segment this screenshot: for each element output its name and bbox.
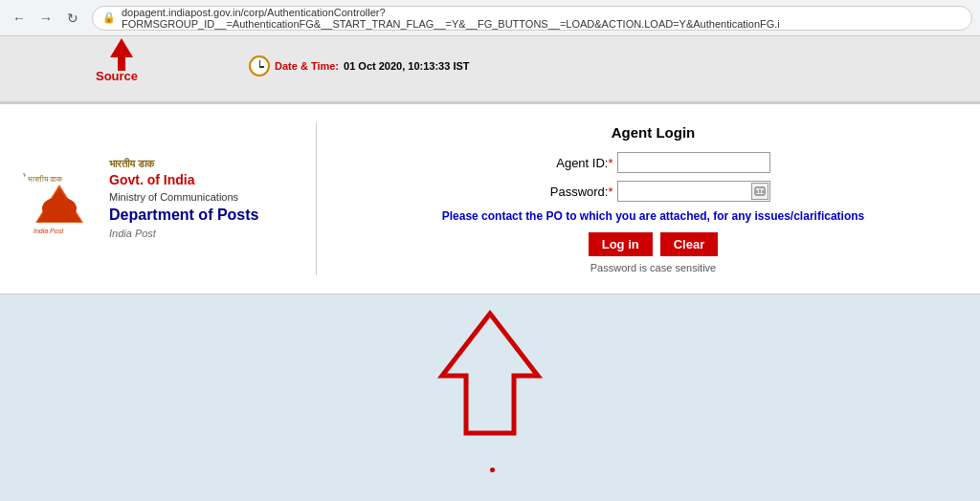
indiapost-text: India Post	[109, 227, 258, 241]
url-text: dopagent.indiapost.gov.in/corp/Authentic…	[122, 7, 962, 30]
login-title: Agent Login	[612, 124, 695, 141]
clear-button[interactable]: Clear	[660, 232, 719, 256]
logo-section: भारतीय डाक India Post भारतीय डाक	[19, 157, 287, 241]
address-bar[interactable]: 🔒 dopagent.indiapost.gov.in/corp/Authent…	[92, 6, 972, 31]
case-sensitive-note: Password is case sensitive	[590, 262, 716, 273]
annotation-bar: Source Date & Time: 01 Oct 2020, 10:13:3…	[0, 36, 980, 103]
svg-point-11	[42, 197, 77, 220]
post-logo-svg: भारतीय डाक India Post	[26, 170, 93, 237]
agent-id-row: Agent ID:*	[537, 152, 770, 173]
ministry-text: Ministry of Communications	[109, 190, 258, 205]
datetime-area: Date & Time: 01 Oct 2020, 10:13:33 IST	[249, 55, 470, 76]
small-dot	[490, 468, 495, 472]
back-button[interactable]: ←	[8, 7, 31, 30]
divider	[316, 122, 317, 275]
agent-id-input[interactable]	[617, 152, 770, 173]
dept-text: Department of Posts	[109, 205, 258, 226]
bottom-section	[0, 294, 980, 501]
svg-marker-17	[442, 314, 538, 433]
login-button[interactable]: Log in	[589, 232, 653, 256]
govt-text: Govt. of India	[109, 171, 258, 190]
big-arrow-container	[433, 309, 547, 447]
clock-icon	[249, 55, 270, 76]
lock-icon: 🔒	[102, 11, 116, 24]
datetime-value: 01 Oct 2020, 10:13:33 IST	[344, 60, 469, 72]
logo-text: भारतीय डाक Govt. of India Ministry of Co…	[109, 157, 258, 241]
password-label: Password:*	[537, 185, 613, 199]
main-content: भारतीय डाक India Post भारतीय डाक	[0, 103, 980, 294]
svg-text:भारतीय डाक: भारतीय डाक	[28, 175, 63, 184]
password-wrapper	[617, 181, 770, 202]
login-section: Agent Login Agent ID:* Password:*	[345, 124, 961, 273]
password-visibility-icon[interactable]	[751, 183, 768, 200]
big-up-arrow	[433, 309, 547, 443]
password-row: Password:*	[537, 181, 770, 202]
password-input[interactable]	[617, 181, 770, 202]
agent-id-label: Agent ID:*	[537, 156, 613, 170]
reload-button[interactable]: ↻	[61, 7, 84, 30]
forward-button[interactable]: →	[34, 7, 57, 30]
ashoka-text: भारतीय डाक	[109, 157, 258, 171]
password-required: *	[608, 185, 612, 199]
datetime-label: Date & Time:	[275, 60, 339, 72]
agent-required: *	[608, 156, 612, 170]
source-label: Source	[96, 69, 138, 83]
button-row: Log in Clear	[589, 232, 719, 256]
nav-buttons: ← → ↻	[8, 7, 84, 30]
browser-chrome: ← → ↻ 🔒 dopagent.indiapost.gov.in/corp/A…	[0, 0, 980, 36]
svg-text:India Post: India Post	[33, 228, 64, 234]
contact-message: Please contact the PO to which you are a…	[442, 209, 864, 223]
